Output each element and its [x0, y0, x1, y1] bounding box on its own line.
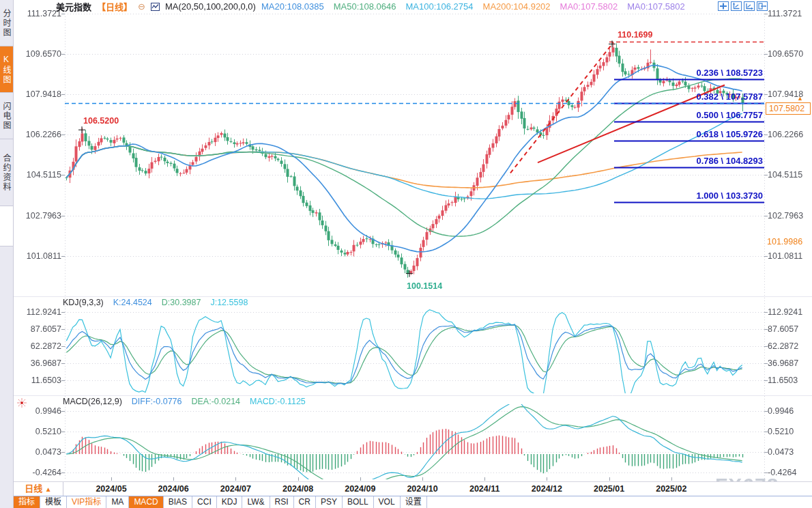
x-axis-label: 2024/11: [469, 484, 500, 494]
ma-value-2: MA50:108.0646: [334, 1, 396, 12]
y-axis-label: 104.5115: [768, 170, 802, 180]
period-title: 【日线】: [97, 0, 132, 13]
sidebar-tab-contract-info[interactable]: 合约资料: [0, 139, 13, 206]
x-axis-label: 2024/06: [158, 484, 189, 494]
sidebar-tab-minute-chart[interactable]: 分时图: [0, 0, 13, 46]
macd-header: MACD(26,12,9) DIFF:-0.0776 DEA:-0.0214 M…: [63, 397, 306, 406]
sidebar-tab-candle-chart[interactable]: K线图: [0, 46, 13, 93]
price-annotation: 100.1514: [407, 281, 442, 291]
ma-values-group: MA20:108.0385MA50:108.0646MA100:106.2754…: [261, 1, 685, 12]
x-axis-label: 2024/07: [220, 484, 251, 494]
fib-level-label: 0.786 \ 104.8293: [600, 156, 763, 166]
fib-level-label: 0.500 \ 106.7757: [600, 110, 763, 120]
y-axis-label: 111.3721: [16, 9, 61, 18]
sidebar-tab-flash-chart[interactable]: 闪电图: [0, 93, 13, 139]
candlestick-type-icon[interactable]: [151, 3, 160, 11]
x-axis-label: 2024/09: [345, 484, 375, 494]
y-axis-label: 0.5210: [16, 427, 61, 436]
price-annotation: 110.1699: [618, 30, 652, 40]
toolbar-bias[interactable]: BIAS: [164, 496, 192, 508]
fib-level-label: 0.236 \ 108.5723: [600, 68, 763, 78]
chart-toolbar-icons: [718, 1, 768, 11]
x-axis-row: 日线 ▲ 2024/052024/062024/072024/082024/09…: [14, 481, 812, 496]
collapse-icon[interactable]: ⊖: [138, 2, 145, 11]
price-up-arrow-icon: ▲: [797, 95, 803, 102]
toolbar-settings[interactable]: 设置: [401, 496, 427, 508]
kdj-j-value: J:12.5598: [210, 298, 248, 307]
indicator-settings-icon[interactable]: [17, 398, 27, 408]
trading-app-window: 分时图K线图闪电图合约资料 美元指数 【日线】 ⊖ MA(20,50,100,2…: [0, 0, 812, 508]
y-axis-label: 104.5115: [16, 170, 61, 180]
y-axis-label: 112.9241: [768, 307, 802, 317]
y-axis-label: 87.6057: [768, 324, 798, 334]
toolbar-vip-indicators[interactable]: VIP指标: [67, 496, 106, 508]
y-axis-label: 106.2266: [16, 130, 61, 139]
period-selector-button[interactable]: 日线 ▲: [14, 482, 63, 496]
x-axis-label: 2024/12: [532, 484, 562, 494]
ma-value-3: MA100:106.2754: [406, 1, 474, 12]
y-axis-label: 11.6503: [768, 376, 798, 385]
toolbar-indicators[interactable]: 指标: [14, 496, 40, 508]
toolbar-vol[interactable]: VOL: [374, 496, 401, 508]
toolbar-macd[interactable]: MACD: [129, 496, 163, 508]
toolbar-boll[interactable]: BOLL: [343, 496, 374, 508]
macd-macd-value: MACD:-0.1125: [250, 397, 306, 406]
y-axis-label: -0.4264: [768, 468, 796, 477]
y-axis-label: 109.6570: [768, 49, 803, 59]
toolbar-cr[interactable]: CR: [294, 496, 316, 508]
y-axis-label: 111.3721: [768, 9, 802, 18]
y-axis-label: 0.5210: [768, 427, 794, 436]
y-axis-label: 112.9241: [16, 307, 61, 317]
y-axis-label: 107.9418: [16, 89, 61, 99]
alert-price-label: 101.9986: [767, 237, 802, 246]
kdj-d-value: D:30.3987: [162, 298, 201, 307]
y-axis-label: -0.4264: [16, 468, 61, 477]
ma-value-4: MA200:104.9202: [483, 1, 551, 12]
macd-dea-value: DEA:-0.0214: [191, 397, 240, 406]
toolbar-ma[interactable]: MA: [106, 496, 129, 508]
macd-title: MACD(26,12,9): [63, 397, 122, 406]
y-axis-label: 101.0811: [16, 251, 61, 261]
scale-up-icon[interactable]: [731, 1, 742, 11]
y-axis-label: 109.6570: [16, 49, 61, 59]
toolbar-cci[interactable]: CCI: [192, 496, 217, 508]
kdj-k-value: K:24.4524: [113, 298, 152, 307]
kdj-header: KDJ(9,3,3) K:24.4524 D:30.3987 J:12.5598: [63, 298, 248, 307]
pan-icon[interactable]: [718, 1, 729, 11]
scale-right-icon[interactable]: [744, 1, 755, 11]
y-axis-label: 0.9946: [16, 406, 61, 416]
y-axis-label: 36.9687: [16, 358, 61, 368]
toolbar-lw[interactable]: LW&: [242, 496, 270, 508]
toolbar-psy[interactable]: PSY: [316, 496, 343, 508]
y-axis-label: 62.2872: [768, 341, 798, 351]
toolbar-kdj[interactable]: KDJ: [217, 496, 243, 508]
y-axis-label: 106.2266: [768, 130, 803, 139]
y-axis-label: 0.0473: [768, 447, 794, 457]
x-axis-label: 2025/02: [656, 484, 686, 494]
chart-header: 美元指数 【日线】 ⊖ MA(20,50,100,200,0,0) MA20:1…: [56, 1, 685, 12]
triangle-up-icon: ▲: [45, 485, 52, 493]
symbol-title: 美元指数: [56, 0, 91, 13]
fib-level-label: 0.618 \ 105.9726: [600, 129, 763, 139]
y-axis-label: 0.9946: [768, 406, 794, 416]
ma-value-1: MA20:108.0385: [261, 1, 324, 12]
chart-type-sidebar: 分时图K线图闪电图合约资料: [0, 0, 14, 508]
exit-icon[interactable]: [757, 1, 768, 11]
y-axis-label: 0.0473: [16, 447, 61, 457]
indicator-toolbar: 指标模板VIP指标MAMACDBIASCCIKDJLW&RSICRPSYBOLL…: [14, 496, 812, 508]
y-axis-label: 101.0811: [768, 251, 802, 261]
x-axis-label: 2025/01: [594, 484, 624, 494]
macd-diff-value: DIFF:-0.0776: [132, 397, 182, 406]
ma-value-6: MA0:107.5802: [627, 1, 685, 12]
x-axis-label: 2024/10: [407, 484, 437, 494]
toolbar-rsi[interactable]: RSI: [270, 496, 294, 508]
current-price-tag: 107.5802: [766, 102, 811, 115]
kdj-title: KDJ(9,3,3): [63, 298, 104, 307]
y-axis-label: 87.6057: [16, 324, 61, 334]
sidebar-empty-slot: [0, 206, 13, 246]
price-annotation: 106.5200: [83, 116, 119, 126]
toolbar-templates[interactable]: 模板: [40, 496, 67, 508]
x-axis-label: 2024/08: [282, 484, 313, 494]
y-axis-label: 62.2872: [16, 341, 61, 351]
y-axis-label: 11.6503: [16, 376, 61, 385]
